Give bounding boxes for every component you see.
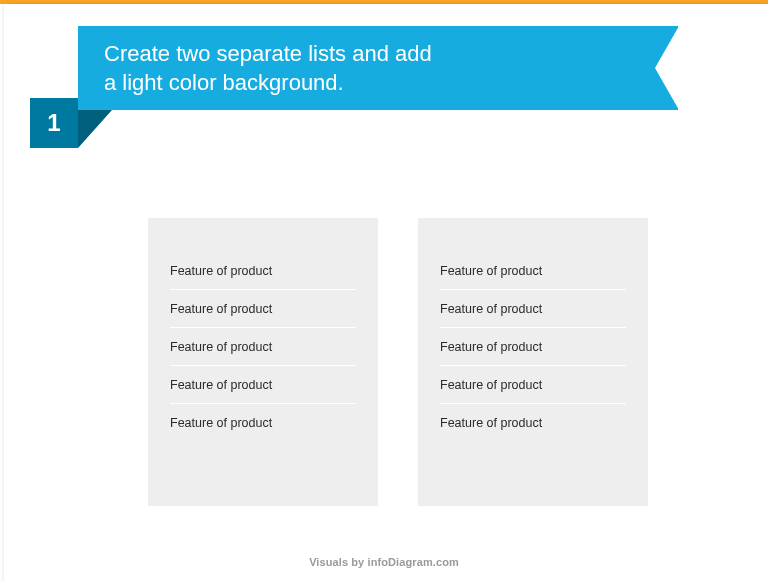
- list-item: Feature of product: [440, 290, 626, 328]
- header-ribbon: Create two separate lists and add a ligh…: [78, 26, 678, 110]
- feature-list-left: Feature of product Feature of product Fe…: [148, 218, 378, 506]
- step-number-badge: 1: [30, 98, 78, 148]
- list-item: Feature of product: [170, 404, 356, 441]
- list-item: Feature of product: [440, 328, 626, 366]
- list-item: Feature of product: [170, 252, 356, 290]
- list-item: Feature of product: [440, 252, 626, 290]
- top-accent-bar: [0, 0, 768, 4]
- step-number: 1: [47, 109, 60, 137]
- list-item: Feature of product: [440, 404, 626, 441]
- list-item: Feature of product: [170, 366, 356, 404]
- header-title-line2: a light color background.: [104, 69, 652, 98]
- list-item: Feature of product: [170, 290, 356, 328]
- list-item: Feature of product: [440, 366, 626, 404]
- list-item: Feature of product: [170, 328, 356, 366]
- feature-list-right: Feature of product Feature of product Fe…: [418, 218, 648, 506]
- footer-credit: Visuals by infoDiagram.com: [0, 556, 768, 568]
- header-title-line1: Create two separate lists and add: [104, 40, 652, 69]
- step-badge-fold: [78, 110, 112, 148]
